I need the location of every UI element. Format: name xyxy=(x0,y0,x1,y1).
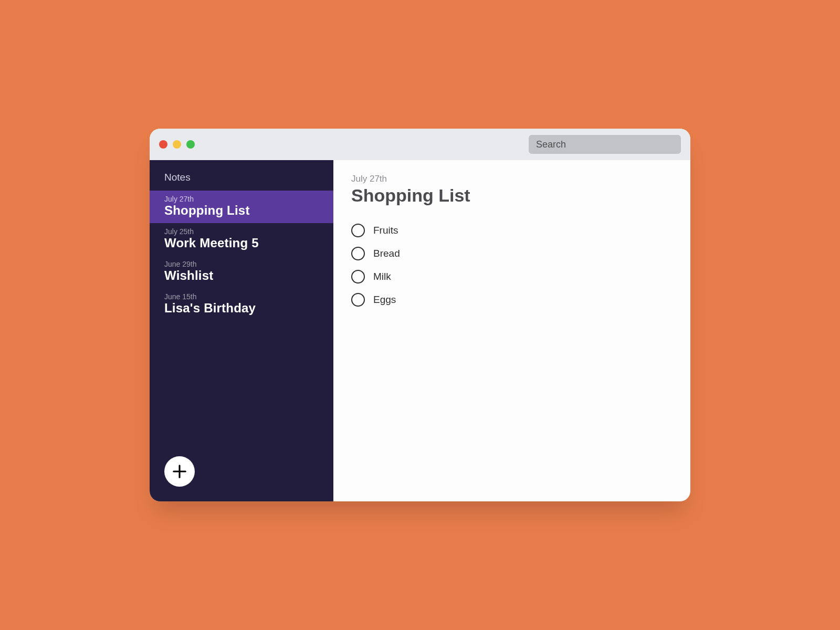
sidebar-note-item[interactable]: June 15thLisa's Birthday xyxy=(150,288,333,321)
checklist-item[interactable]: Bread xyxy=(351,247,673,260)
note-date: July 27th xyxy=(351,174,673,184)
checklist-item[interactable]: Fruits xyxy=(351,224,673,237)
minimize-icon[interactable] xyxy=(173,140,181,149)
checklist-label: Eggs xyxy=(373,294,396,306)
note-item-date: June 29th xyxy=(164,260,319,268)
app-body: Notes July 27thShopping ListJuly 25thWor… xyxy=(150,160,690,501)
checklist-label: Bread xyxy=(373,248,400,259)
search-input[interactable] xyxy=(529,135,681,154)
checkbox-icon[interactable] xyxy=(351,247,365,260)
note-list: July 27thShopping ListJuly 25thWork Meet… xyxy=(150,191,333,321)
note-title: Shopping List xyxy=(351,185,673,206)
checkbox-icon[interactable] xyxy=(351,270,365,284)
checklist-label: Milk xyxy=(373,271,391,282)
checklist-item[interactable]: Eggs xyxy=(351,293,673,307)
app-window: Notes July 27thShopping ListJuly 25thWor… xyxy=(150,129,690,501)
note-item-date: July 25th xyxy=(164,227,319,236)
note-editor: July 27th Shopping List FruitsBreadMilkE… xyxy=(333,160,690,501)
note-item-title: Wishlist xyxy=(164,268,319,283)
sidebar-note-item[interactable]: July 27thShopping List xyxy=(150,191,333,223)
note-item-title: Lisa's Birthday xyxy=(164,301,319,316)
sidebar: Notes July 27thShopping ListJuly 25thWor… xyxy=(150,160,333,501)
checklist-label: Fruits xyxy=(373,225,398,236)
checkbox-icon[interactable] xyxy=(351,224,365,237)
titlebar xyxy=(150,129,690,160)
sidebar-note-item[interactable]: July 25thWork Meeting 5 xyxy=(150,223,333,256)
checklist-item[interactable]: Milk xyxy=(351,270,673,284)
sidebar-title: Notes xyxy=(150,160,333,191)
note-item-title: Work Meeting 5 xyxy=(164,236,319,250)
checkbox-icon[interactable] xyxy=(351,293,365,307)
add-note-button[interactable] xyxy=(164,456,195,487)
checklist: FruitsBreadMilkEggs xyxy=(351,224,673,307)
note-item-date: June 15th xyxy=(164,292,319,301)
maximize-icon[interactable] xyxy=(186,140,195,149)
note-item-title: Shopping List xyxy=(164,203,319,218)
note-item-date: July 27th xyxy=(164,195,319,203)
plus-icon xyxy=(172,464,187,479)
close-icon[interactable] xyxy=(159,140,167,149)
window-controls xyxy=(159,140,195,149)
sidebar-note-item[interactable]: June 29thWishlist xyxy=(150,256,333,288)
